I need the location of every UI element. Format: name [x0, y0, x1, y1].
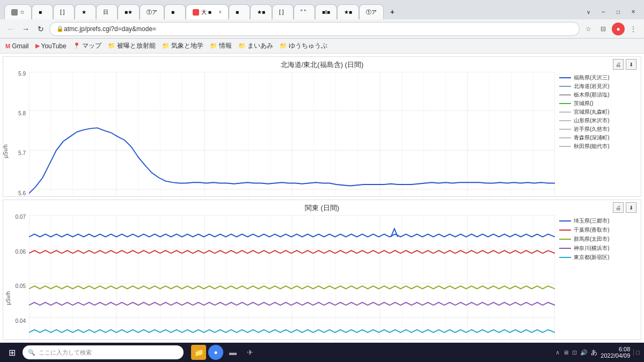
- search-placeholder: ここに入力して検索: [39, 349, 92, 357]
- chart1-container: 北海道/東北(福島含) (日間) 🖨 ⬇ 5.9 5.8 5.7 5.6 5.5: [3, 56, 641, 197]
- tab-bar: ☆ ■ [ ] ★ 日 ■★ ①ア ■ 大 ■× ■ ★■ [ ] " " ■t…: [0, 0, 644, 19]
- chart2-download-btn[interactable]: ⬇: [626, 202, 636, 213]
- tab-8[interactable]: ■: [164, 4, 186, 19]
- tab-7[interactable]: ①ア: [140, 4, 164, 19]
- tab-4[interactable]: ★: [75, 4, 96, 19]
- taskbar-app4[interactable]: ✈: [243, 345, 258, 360]
- legend-line-fukushima: [559, 77, 571, 78]
- folder-icon-5: 📁: [280, 42, 287, 49]
- legend-line-yamagata: [559, 120, 571, 121]
- chart2-container: 関東 (日間) 🖨 ⬇ 0.07 0.06 0.05 0.04 0.03 μ: [3, 200, 641, 340]
- chart1-toolbar: 🖨 ⬇: [613, 59, 636, 70]
- bookmark-radiation[interactable]: 📁 被曝と放射能: [108, 41, 156, 50]
- legend-line-aomori: [559, 137, 571, 138]
- legend-line-akita: [559, 146, 571, 147]
- menu-btn[interactable]: ⋮: [627, 23, 640, 35]
- legend-akita: 秋田県(能代市): [559, 143, 639, 150]
- gmail-icon: M: [5, 43, 10, 49]
- legend-yamagata: 山形県(米沢市): [559, 117, 639, 124]
- restore-btn[interactable]: □: [612, 5, 625, 18]
- new-tab-btn[interactable]: +: [384, 4, 401, 19]
- bookmark-map[interactable]: 📍 マップ: [73, 41, 101, 50]
- chart1-download-btn[interactable]: ⬇: [626, 59, 636, 70]
- cast-btn[interactable]: ⊟: [597, 23, 610, 35]
- start-button[interactable]: ⊞: [4, 345, 19, 360]
- bookmark-youtube2[interactable]: 📁 ゆうちゅうぶ: [280, 41, 327, 50]
- tab-2[interactable]: ■: [32, 4, 53, 19]
- network-icon: 🖥: [563, 349, 569, 356]
- tab-11[interactable]: ★■: [250, 4, 272, 19]
- taskbar-chrome[interactable]: ●: [208, 345, 223, 360]
- legend-iwate: 岩手県(久慈市): [559, 125, 639, 133]
- chart2-legend: 埼玉県(三郷市) 千葉県(香取市) 群馬県(太田市) 神奈川(横浜市): [555, 215, 641, 340]
- chart1-legend: 福島県(天沢三) 北海道(岩見沢) 栃木県(那須塩) 茨城県(): [555, 72, 641, 197]
- lock-icon: 🔒: [56, 25, 64, 32]
- chart2-y-unit: μSv/h: [5, 291, 11, 305]
- profile-btn[interactable]: ●: [612, 23, 625, 35]
- search-icon: 🔍: [28, 349, 35, 356]
- legend-line-gunma: [559, 239, 571, 240]
- tab-12[interactable]: [ ]: [272, 4, 294, 19]
- tab-active[interactable]: 大 ■×: [186, 4, 229, 19]
- tab-13[interactable]: " ": [294, 4, 315, 19]
- tab-14[interactable]: ■t■: [315, 4, 337, 19]
- address-bar[interactable]: 🔒 atmc.jp/prefs.cgi?d=day&mode=: [49, 22, 580, 36]
- chart2-print-btn[interactable]: 🖨: [613, 202, 624, 213]
- minimize-btn[interactable]: −: [597, 5, 610, 18]
- tab-6[interactable]: ■★: [118, 4, 140, 19]
- legend-aomori: 青森県(深浦町): [559, 134, 639, 142]
- bookmark-weather[interactable]: 📁 気象と地学: [162, 41, 203, 50]
- folder-icon-4: 📁: [238, 42, 246, 49]
- legend-chiba: 千葉県(香取市): [559, 226, 639, 234]
- taskbar-search-bar[interactable]: 🔍 ここに入力して検索: [23, 345, 184, 359]
- legend-line-ibaraki: [559, 103, 571, 104]
- tab-3[interactable]: [ ]: [53, 4, 75, 19]
- tab-5[interactable]: 日: [96, 4, 118, 19]
- taskbar-app3[interactable]: ▬: [225, 345, 240, 360]
- clock-time: 6:08: [601, 346, 630, 352]
- map-icon: 📍: [73, 42, 80, 49]
- legend-line-tokyo: [559, 257, 571, 258]
- taskbar-right: ∧ 🖥 ⊡ 🔊 あ 6:08 2022/04/09 □: [555, 346, 640, 359]
- show-desktop-btn[interactable]: □: [633, 349, 640, 356]
- tab-close-btn[interactable]: ×: [218, 9, 222, 15]
- tab-list-btn[interactable]: ∨: [582, 5, 595, 18]
- navigation-bar: ← → ↻ 🔒 atmc.jp/prefs.cgi?d=day&mode= ☆ …: [0, 19, 644, 39]
- app3-icon: ▬: [229, 348, 237, 357]
- legend-gunma: 群馬県(太田市): [559, 235, 639, 243]
- bookmark-gmail[interactable]: M Gmail: [5, 42, 29, 50]
- taskbar-explorer[interactable]: 📁: [191, 345, 206, 360]
- bookmark-star-btn[interactable]: ☆: [582, 23, 595, 35]
- forward-button[interactable]: →: [19, 23, 32, 35]
- legend-line-saitama: [559, 220, 571, 221]
- legend-tokyo: 東京都(新宿区): [559, 254, 639, 261]
- taskbar-icon3: ⊡: [572, 349, 577, 356]
- url-text: atmc.jp/prefs.cgi?d=day&mode=: [64, 25, 156, 33]
- content-area: 北海道/東北(福島含) (日間) 🖨 ⬇ 5.9 5.8 5.7 5.6 5.5: [0, 54, 644, 343]
- taskbar-clock[interactable]: 6:08 2022/04/09: [601, 346, 630, 359]
- tab-10[interactable]: ■: [229, 4, 250, 19]
- bookmark-miami[interactable]: 📁 まいあみ: [238, 41, 273, 50]
- close-window-btn[interactable]: ×: [627, 5, 640, 18]
- browser-window: ☆ ■ [ ] ★ 日 ■★ ①ア ■ 大 ■× ■ ★■ [ ] " " ■t…: [0, 0, 644, 362]
- page-content: 北海道/東北(福島含) (日間) 🖨 ⬇ 5.9 5.8 5.7 5.6 5.5: [0, 54, 644, 343]
- legend-line-chiba: [559, 230, 571, 231]
- tab-15[interactable]: ★■: [337, 4, 359, 19]
- legend-line-kanagawa: [559, 248, 571, 249]
- tab-16[interactable]: ①ア: [359, 4, 384, 19]
- windows-icon: ⊞: [9, 348, 16, 358]
- clock-date: 2022/04/09: [601, 352, 630, 359]
- chart1-print-btn[interactable]: 🖨: [613, 59, 624, 70]
- bookmark-info[interactable]: 📁 情報: [210, 41, 232, 50]
- reload-button[interactable]: ↻: [34, 23, 47, 35]
- folder-icon-3: 📁: [210, 42, 217, 49]
- bookmark-youtube[interactable]: ▶ YouTube: [35, 42, 67, 50]
- legend-line-iwate: [559, 129, 571, 130]
- legend-miyagi: 宮城県(丸森町): [559, 108, 639, 116]
- legend-line-tochigi: [559, 94, 571, 95]
- tab-1[interactable]: ☆: [4, 4, 32, 19]
- back-button[interactable]: ←: [4, 23, 17, 35]
- taskbar-apps: 📁 ● ▬ ✈: [191, 345, 258, 360]
- chart2-y-axis: 0.07 0.06 0.05 0.04 0.03: [3, 214, 28, 340]
- explorer-icon: 📁: [194, 348, 203, 357]
